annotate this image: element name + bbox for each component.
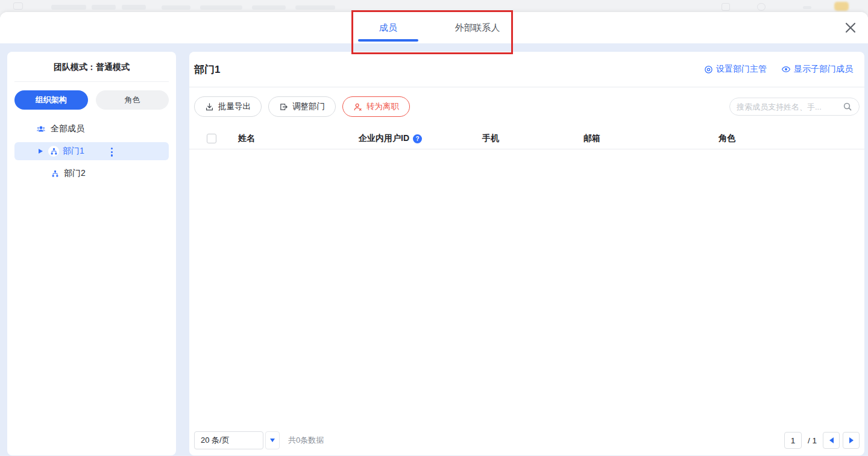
background-toolbar-icon (803, 6, 811, 9)
mark-resigned-label: 转为离职 (366, 101, 399, 112)
table-header-row: 姓名 企业内用户ID ? 手机 邮箱 角色 (189, 128, 864, 149)
tab-bar: 成员 外部联系人 (0, 12, 868, 43)
tree-item-label: 部门2 (64, 168, 86, 179)
batch-export-label: 批量导出 (218, 101, 251, 112)
person-remove-icon (353, 102, 362, 111)
show-subdepartment-members-label: 显示子部门成员 (794, 64, 853, 75)
background-text-blur (252, 5, 286, 10)
page-size-dropdown-button[interactable] (265, 431, 280, 449)
background-toolbar-icon (757, 3, 766, 11)
chevron-down-icon (270, 439, 275, 442)
more-actions-icon[interactable] (110, 146, 114, 158)
chevron-left-icon (829, 437, 834, 443)
org-structure-button[interactable]: 组织架构 (14, 90, 88, 110)
expand-caret-icon[interactable] (39, 149, 43, 154)
panel-header: 部门1 设置部门主管 显示子部门成员 (189, 52, 864, 87)
previous-page-button[interactable] (823, 432, 840, 449)
sidebar-divider (14, 81, 169, 82)
member-search (729, 98, 860, 116)
background-text-blur (51, 5, 86, 10)
next-page-button[interactable] (843, 432, 860, 449)
background-text-blur (122, 5, 146, 10)
member-management-modal: 成员 外部联系人 团队模式：普通模式 组织架构 角色 (0, 12, 868, 456)
tree-item-department-1[interactable]: 部门1 (14, 142, 169, 160)
close-icon (844, 21, 857, 34)
set-department-leader-label: 设置部门主管 (716, 64, 767, 75)
roles-button[interactable]: 角色 (96, 90, 169, 110)
column-user-id: 企业内用户ID ? (359, 133, 482, 144)
sidebar-toggle-group: 组织架构 角色 (14, 90, 169, 110)
department-title: 部门1 (194, 63, 220, 77)
current-page-box[interactable]: 1 (784, 432, 802, 449)
set-department-leader-link[interactable]: 设置部门主管 (704, 64, 767, 75)
department-tree: 全部成员 部门1 (7, 120, 176, 183)
column-phone: 手机 (482, 133, 583, 144)
batch-export-button[interactable]: 批量导出 (194, 96, 262, 117)
column-role: 角色 (719, 133, 864, 144)
tab-members-label: 成员 (379, 22, 397, 34)
eye-icon (781, 64, 791, 74)
modal-body: 团队模式：普通模式 组织架构 角色 (0, 43, 868, 456)
select-all-cell (207, 134, 238, 143)
background-toolbar-icon (722, 3, 730, 11)
background-page-strip (0, 0, 868, 12)
move-out-icon (279, 102, 288, 111)
modal-header: 成员 外部联系人 (0, 12, 868, 43)
tree-item-label: 全部成员 (51, 123, 84, 134)
adjust-department-button[interactable]: 调整部门 (268, 96, 336, 117)
team-mode-title: 团队模式：普通模式 (7, 62, 176, 73)
actions-toolbar: 批量导出 调整部门 转为离职 (189, 87, 864, 117)
all-members-icon (36, 124, 46, 134)
background-text-blur (200, 5, 242, 10)
chevron-right-icon (849, 437, 854, 443)
department-icon (48, 146, 59, 157)
select-all-checkbox[interactable] (207, 134, 216, 143)
member-search-input[interactable] (737, 102, 843, 111)
department-icon (49, 168, 60, 179)
tree-item-department-2[interactable]: 部门2 (14, 164, 169, 183)
show-subdepartment-members-link[interactable]: 显示子部门成员 (781, 64, 853, 75)
download-icon (205, 102, 214, 111)
page-size-select[interactable]: 20 条/页 (194, 431, 280, 449)
tree-item-all-members[interactable]: 全部成员 (14, 120, 169, 138)
background-text-blur (162, 5, 190, 10)
help-icon[interactable]: ? (413, 134, 422, 143)
members-panel: 部门1 设置部门主管 显示子部门成员 (189, 52, 864, 455)
adjust-department-label: 调整部门 (292, 101, 325, 112)
background-app-icon (13, 2, 23, 10)
tab-external-contacts-label: 外部联系人 (455, 22, 500, 34)
tree-item-label: 部门1 (63, 146, 84, 157)
mark-resigned-button[interactable]: 转为离职 (342, 96, 410, 117)
column-email: 邮箱 (583, 133, 719, 144)
column-user-id-label: 企业内用户ID (359, 133, 409, 144)
active-tab-underline (358, 39, 418, 42)
pagination-bar: 20 条/页 共0条数据 1 / 1 (194, 431, 860, 449)
tab-members[interactable]: 成员 (357, 12, 419, 43)
background-text-blur (295, 5, 335, 10)
org-sidebar: 团队模式：普通模式 组织架构 角色 (7, 52, 176, 455)
close-button[interactable] (843, 20, 858, 36)
column-name: 姓名 (238, 133, 359, 144)
page-size-value: 20 条/页 (194, 431, 263, 449)
search-icon[interactable] (843, 102, 852, 111)
tab-external-contacts[interactable]: 外部联系人 (444, 12, 511, 43)
background-text-blur (92, 5, 116, 10)
empty-table-body (189, 149, 864, 431)
background-vip-icon (834, 2, 849, 11)
target-icon (704, 65, 713, 74)
total-pages: / 1 (808, 436, 817, 445)
total-count: 共0条数据 (288, 435, 324, 446)
